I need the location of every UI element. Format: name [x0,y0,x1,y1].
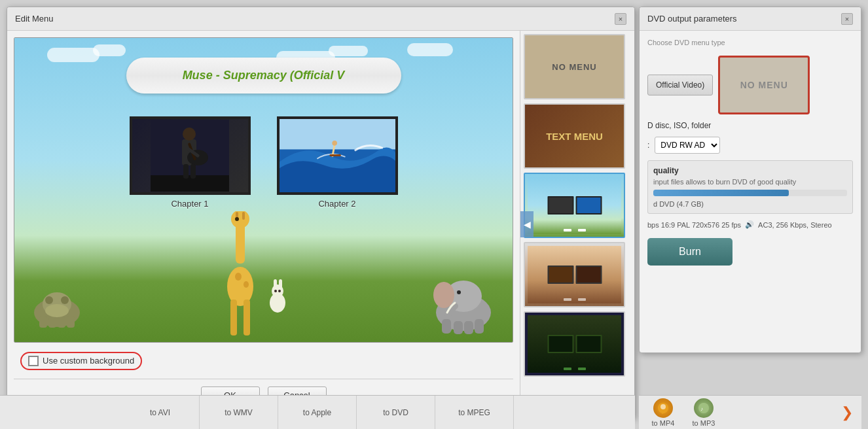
tech-spec-video: bps 16:9 PAL 720x576 25 fps [647,221,741,229]
menu-thumb-animated-2[interactable] [524,242,625,307]
mp3-icon-svg: ♪ [698,402,710,414]
svg-rect-13 [329,154,340,156]
chapter-2-item[interactable]: Chapter 2 [277,116,398,209]
guitarist-svg [151,120,229,192]
svg-point-12 [332,141,337,146]
svg-point-37 [274,290,277,292]
chapter-1-inner [132,119,248,192]
svg-rect-44 [454,321,463,334]
tech-spec-audio-icon: 🔊 [745,220,754,229]
svg-point-48 [660,404,666,409]
mp4-icon-svg [657,402,669,414]
to-mp4-label: to MP4 [652,419,675,427]
tech-specs: bps 16:9 PAL 720x576 25 fps 🔊 AC3, 256 K… [647,220,853,229]
menu-thumbs-panel[interactable]: ◀ NO MENU TEXT MENU [520,31,634,418]
custom-bg-checkbox[interactable] [28,356,39,366]
bottom-controls: Use custom background [14,343,513,379]
bottom-right-bar: to MP4 ♪ to MP3 ❯ [639,395,861,429]
svg-rect-7 [183,164,189,179]
quality-title: quality [653,166,847,175]
cloud-1 [47,48,99,62]
edit-menu-body: Muse - Supremacy (Official V [7,31,634,418]
chapter-1-thumb [130,116,251,195]
edit-menu-dialog: Edit Menu × Muse - Supremacy (Official V [7,7,635,419]
scroll-left-arrow[interactable]: ◀ [520,211,533,237]
no-menu-box[interactable]: NO MENU [718,56,810,114]
svg-point-28 [235,273,242,281]
svg-rect-19 [39,316,47,328]
custom-bg-area: Use custom background [20,352,142,370]
svg-text:♪: ♪ [700,406,703,412]
chapter-2-inner [280,119,395,192]
to-mp4-icon [653,398,673,418]
to-mp3-icon: ♪ [694,398,714,418]
next-arrow[interactable]: ❯ [838,403,856,422]
disc-dropdown-row: : DVD RW AD DVD+R DVD-R [647,137,853,154]
toolbar-btn-to-apple[interactable]: to Apple [278,396,357,430]
giraffe-svg [217,211,263,342]
svg-point-42 [457,290,461,294]
disc-dropdown[interactable]: DVD RW AD DVD+R DVD-R [655,137,720,154]
svg-point-32 [235,217,239,221]
svg-rect-31 [242,212,245,220]
menu-thumb-animated-1[interactable] [524,173,625,238]
quality-section: quality input files allows to burn DVD o… [647,160,853,214]
hippo-svg [27,277,86,329]
svg-point-18 [45,304,69,317]
toolbar-btn-to-mpeg[interactable]: to MPEG [435,396,514,430]
quality-progress-bar-container [653,190,847,196]
conv-btn-to-mp3[interactable]: ♪ to MP3 [685,398,723,427]
svg-point-25 [227,267,253,306]
menu-title-text: Muse - Supremacy (Official V [183,69,345,82]
svg-rect-35 [274,279,277,291]
to-mp3-label: to MP3 [693,419,715,427]
custom-bg-label: Use custom background [43,356,134,366]
cloud-4 [329,46,368,56]
menu-thumb-text-menu[interactable]: TEXT MENU [524,103,625,169]
chapter-1-item[interactable]: Chapter 1 [130,116,251,209]
svg-point-3 [183,128,196,141]
svg-rect-21 [58,317,65,328]
toolbar-btn-to-wmv[interactable]: to WMV [200,396,278,430]
rabbit-svg [263,277,293,316]
disc-option-row: D disc, ISO, folder [647,121,853,130]
svg-rect-46 [475,319,484,334]
svg-rect-26 [230,300,237,335]
bottom-toolbar: to AVI to WMV to Apple to DVD to MPEG [0,395,635,429]
dvd-params-panel: DVD output parameters × Choose DVD menu … [639,7,861,353]
chapter-1-label: Chapter 1 [171,199,208,209]
disc-size: d DVD (4.7 GB) [653,200,847,208]
burn-button[interactable]: Burn [647,238,732,266]
quality-desc: input files allows to burn DVD of good q… [653,178,847,186]
menu-thumb-no-menu[interactable]: NO MENU [524,34,625,99]
svg-rect-36 [279,279,282,291]
dvd-body: Choose DVD menu type Official Video) NO … [640,31,861,276]
cloud-2 [93,44,126,56]
edit-menu-title: Edit Menu [15,14,54,24]
chapter-2-thumb [277,116,398,195]
menu-thumb-animated-3[interactable] [524,311,625,377]
quality-progress-bar [653,190,789,196]
svg-point-16 [45,296,53,304]
svg-point-29 [244,281,249,288]
custom-bg-highlight: Use custom background [20,352,142,370]
svg-rect-43 [442,319,451,334]
dvd-close-button[interactable]: × [841,13,853,25]
menu-title-banner: Muse - Supremacy (Official V [126,58,401,94]
edit-menu-close-button[interactable]: × [615,13,626,25]
elephant-svg [427,270,499,335]
menu-type-official-video-btn[interactable]: Official Video) [647,75,713,95]
chapter-2-label: Chapter 2 [318,199,355,209]
svg-rect-45 [464,321,473,334]
svg-point-38 [278,290,281,292]
conv-btn-to-mp4[interactable]: to MP4 [644,398,682,427]
cloud-5 [407,43,453,56]
svg-point-24 [231,211,249,228]
toolbar-btn-to-avi[interactable]: to AVI [121,396,200,430]
svg-point-17 [61,296,69,304]
chapters-row: Chapter 1 [130,116,398,209]
toolbar-btn-to-dvd[interactable]: to DVD [357,396,435,430]
svg-rect-20 [48,317,56,328]
disc-label-colon: : [647,141,649,150]
svg-rect-27 [244,300,250,335]
